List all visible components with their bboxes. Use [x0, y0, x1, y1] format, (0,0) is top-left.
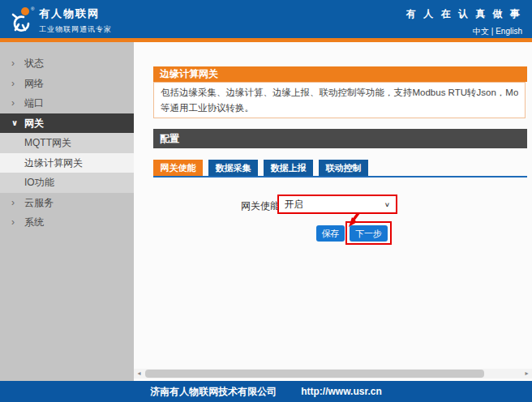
- brand-logo-person-icon: ®: [7, 5, 36, 34]
- annotation-box-next-button: [345, 221, 392, 245]
- main-content: 边缘计算网关 包括边缘采集、边缘计算、边缘上报、联动控制等功能，支持Modbus…: [134, 42, 532, 381]
- tab-data-report[interactable]: 数据上报: [264, 160, 313, 176]
- footer: 济南有人物联网技术有限公司 http://www.usr.cn: [0, 381, 532, 402]
- header-slogan: 有 人 在 认 真 做 事: [406, 7, 522, 21]
- sidebar-item-network[interactable]: › 网络: [0, 74, 134, 94]
- config-section-title: 配置: [153, 129, 527, 148]
- scroll-left-icon[interactable]: ◂: [134, 369, 144, 378]
- gateway-enable-label: 网关使能: [241, 199, 280, 213]
- horizontal-scrollbar[interactable]: ◂ ▸: [134, 369, 532, 378]
- sidebar-item-gateway[interactable]: ∨ 网关: [0, 113, 134, 134]
- chevron-down-icon: ∨: [11, 113, 18, 134]
- chevron-right-icon: ›: [11, 93, 15, 113]
- lang-chinese-link[interactable]: 中文: [473, 27, 489, 36]
- sidebar-item-port[interactable]: › 端口: [0, 93, 134, 113]
- scroll-right-icon[interactable]: ▸: [521, 369, 532, 378]
- gateway-enable-select[interactable]: 开启 ∨: [279, 196, 396, 212]
- language-switcher: 中文 | English: [406, 26, 522, 37]
- page-title: 边缘计算网关: [153, 66, 527, 82]
- brand-subtitle: 工业物联网通讯专家: [39, 24, 112, 35]
- description-line-1: 包括边缘采集、边缘计算、边缘上报、联动控制等功能，支持Modbus RTU转Js…: [161, 85, 518, 100]
- chevron-right-icon: ›: [11, 53, 15, 74]
- lang-english-link[interactable]: English: [496, 27, 522, 36]
- tab-bar: 网关使能 数据采集 数据上报 联动控制: [153, 160, 368, 176]
- footer-company: 济南有人物联网技术有限公司: [150, 385, 277, 399]
- select-value: 开启: [285, 199, 303, 211]
- tab-underline: [153, 176, 527, 177]
- sidebar-item-status[interactable]: › 状态: [0, 53, 134, 74]
- save-button[interactable]: 保存: [316, 225, 345, 242]
- sidebar: › 状态 › 网络 › 端口 ∨ 网关 MQTT网关 边缘计算网关 IO功能 ›…: [0, 42, 134, 381]
- sidebar-item-edge-computing-gateway[interactable]: 边缘计算网关: [0, 153, 134, 173]
- chevron-right-icon: ›: [11, 193, 15, 213]
- lang-separator: |: [491, 27, 494, 36]
- footer-url-link[interactable]: http://www.usr.cn: [301, 386, 382, 397]
- brand-block: 有人物联网 工业物联网通讯专家: [39, 6, 112, 35]
- annotation-box-select: 开启 ∨: [277, 195, 397, 214]
- svg-text:®: ®: [31, 6, 35, 11]
- chevron-right-icon: ›: [11, 74, 15, 94]
- brand-name: 有人物联网: [39, 6, 112, 21]
- sidebar-item-cloud-service[interactable]: › 云服务: [0, 193, 134, 213]
- tab-linkage-control[interactable]: 联动控制: [319, 160, 368, 176]
- chevron-down-icon: ∨: [384, 201, 390, 208]
- scrollbar-thumb[interactable]: [145, 370, 484, 378]
- tab-data-collection[interactable]: 数据采集: [208, 160, 258, 176]
- description-line-2: 等通用工业协议转换。: [161, 100, 518, 116]
- sidebar-item-mqtt-gateway[interactable]: MQTT网关: [0, 133, 134, 153]
- page-description: 包括边缘采集、边缘计算、边缘上报、联动控制等功能，支持Modbus RTU转Js…: [153, 82, 526, 118]
- header: ® 有人物联网 工业物联网通讯专家 有 人 在 认 真 做 事 中文 | Eng…: [0, 0, 532, 38]
- sidebar-item-system[interactable]: › 系统: [0, 212, 134, 233]
- chevron-right-icon: ›: [11, 212, 15, 233]
- tab-gateway-enable[interactable]: 网关使能: [153, 160, 203, 176]
- sidebar-item-io-function[interactable]: IO功能: [0, 173, 134, 193]
